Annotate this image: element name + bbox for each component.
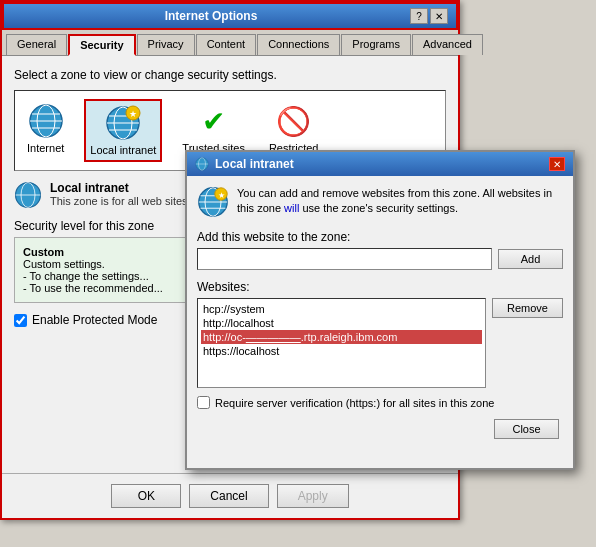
local-intranet-dialog: Local intranet ✕ ★ You can add and remov… xyxy=(185,150,575,470)
zone-local-intranet[interactable]: ★ Local intranet xyxy=(84,99,162,162)
dialog-info-text: You can add and remove websites from thi… xyxy=(237,186,563,217)
restricted-no-icon: 🚫 xyxy=(276,103,312,139)
tab-content[interactable]: Content xyxy=(196,34,257,55)
local-intranet-label: Local intranet xyxy=(90,144,156,156)
require-ssl-checkbox[interactable] xyxy=(197,396,210,409)
dialog-info-globe-icon: ★ xyxy=(197,186,229,218)
tab-security[interactable]: Security xyxy=(68,34,135,56)
remove-button[interactable]: Remove xyxy=(492,298,563,318)
custom-desc3: - To use the recommended... xyxy=(23,282,163,294)
main-bottom-buttons: OK Cancel Apply xyxy=(2,473,458,518)
dialog-info-text3: use the zone's security settings. xyxy=(302,202,458,214)
website-item-1[interactable]: http://localhost xyxy=(201,316,482,330)
custom-desc2: - To change the settings... xyxy=(23,270,149,282)
dialog-content: ★ You can add and remove websites from t… xyxy=(187,176,573,449)
tabs-container: General Security Privacy Content Connect… xyxy=(2,30,458,56)
apply-button[interactable]: Apply xyxy=(277,484,349,508)
internet-globe-icon xyxy=(28,103,64,139)
add-website-row: Add xyxy=(197,248,563,270)
require-ssl-label: Require server verification (https:) for… xyxy=(215,397,494,409)
websites-label: Websites: xyxy=(197,280,563,294)
enable-protected-checkbox[interactable] xyxy=(14,314,27,327)
zone-internet[interactable]: Internet xyxy=(23,99,68,162)
window-title: Internet Options xyxy=(12,9,410,23)
help-button[interactable]: ? xyxy=(410,8,428,24)
custom-desc1: Custom settings. xyxy=(23,258,105,270)
add-website-label: Add this website to the zone: xyxy=(197,230,563,244)
website-item-3[interactable]: https://localhost xyxy=(201,344,482,358)
dialog-title: Local intranet xyxy=(215,157,294,171)
internet-label: Internet xyxy=(27,142,64,154)
ok-button[interactable]: OK xyxy=(111,484,181,508)
websites-list[interactable]: hcp://system http://localhost http://oc-… xyxy=(197,298,486,388)
zone-info-globe-icon xyxy=(14,181,42,209)
website-item-2[interactable]: http://oc-—————.rtp.raleigh.ibm.com xyxy=(201,330,482,344)
dialog-info-will: will xyxy=(284,202,299,214)
local-intranet-globe-icon: ★ xyxy=(105,105,141,141)
add-website-input[interactable] xyxy=(197,248,492,270)
trusted-check-icon: ✔ xyxy=(196,103,232,139)
enable-protected-label: Enable Protected Mode xyxy=(32,313,157,327)
dialog-title-bar: Local intranet ✕ xyxy=(187,152,573,176)
dialog-close-row: Close xyxy=(197,419,563,439)
tab-programs[interactable]: Programs xyxy=(341,34,411,55)
website-item-0[interactable]: hcp://system xyxy=(201,302,482,316)
zone-select-label: Select a zone to view or change security… xyxy=(14,68,446,82)
add-button[interactable]: Add xyxy=(498,249,563,269)
tab-privacy[interactable]: Privacy xyxy=(137,34,195,55)
zone-info-name: Local intranet xyxy=(50,181,129,195)
svg-text:★: ★ xyxy=(218,191,225,200)
dialog-close-x-button[interactable]: ✕ xyxy=(549,157,565,171)
custom-title: Custom xyxy=(23,246,64,258)
close-window-button[interactable]: ✕ xyxy=(430,8,448,24)
svg-text:★: ★ xyxy=(129,109,137,119)
require-ssl-row: Require server verification (https:) for… xyxy=(197,396,563,409)
dialog-title-globe-icon xyxy=(195,157,209,171)
tab-general[interactable]: General xyxy=(6,34,67,55)
side-buttons: Remove xyxy=(492,298,563,388)
tab-connections[interactable]: Connections xyxy=(257,34,340,55)
dialog-close-button[interactable]: Close xyxy=(494,419,559,439)
cancel-button[interactable]: Cancel xyxy=(189,484,268,508)
title-bar: Internet Options ? ✕ xyxy=(2,2,458,30)
dialog-info-row: ★ You can add and remove websites from t… xyxy=(197,186,563,218)
websites-row: hcp://system http://localhost http://oc-… xyxy=(197,298,563,388)
title-bar-buttons: ? ✕ xyxy=(410,8,448,24)
tab-advanced[interactable]: Advanced xyxy=(412,34,483,55)
